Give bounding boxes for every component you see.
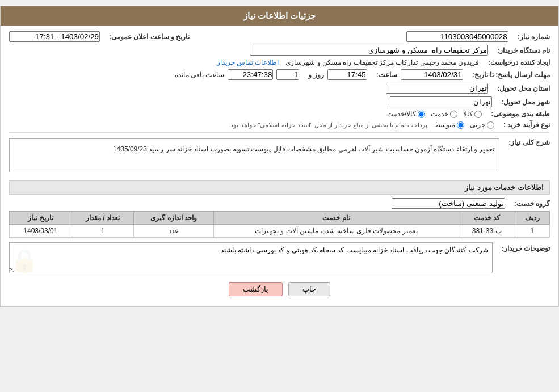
page-header: جزئیات اطلاعات نیاز [1, 6, 558, 26]
deadline-time-label: ساعت: [371, 71, 397, 79]
cell-row: 1 [515, 225, 549, 238]
deadline-label: مهلت ارسال پاسخ: تا تاریخ: [466, 71, 550, 79]
category-radio-khedmat-label: خدمت [431, 110, 448, 118]
service-group-row: گروه خدمت: [9, 198, 550, 209]
process-label: نوع فرآیند خرید : [498, 121, 550, 129]
description-value: تعمیر و ارتقاء دستگاه آزمون حساسیت شیر آ… [113, 145, 494, 153]
button-row: بازگشت چاپ [9, 282, 550, 296]
buyer-name-row: نام دستگاه خریدار: [9, 45, 550, 56]
services-section-title: اطلاعات خدمات مورد نیاز [9, 180, 550, 195]
category-radio-kala[interactable]: کالا [463, 110, 482, 118]
page-wrapper: جزئیات اطلاعات نیاز شماره نیاز: تاریخ و … [0, 6, 559, 307]
buyer-desc-label: توضیحات خریدار: [496, 242, 550, 252]
process-radio-jozi[interactable]: جزیی [470, 121, 494, 129]
process-radio-jozi-label: جزیی [470, 121, 485, 129]
service-group-input[interactable] [392, 198, 505, 209]
city-label: شهر محل تحویل: [495, 98, 550, 106]
page-title: جزئیات اطلاعات نیاز [243, 11, 316, 20]
col-header-qty: تعداد / مقدار [72, 212, 134, 225]
buyer-desc-textarea[interactable] [9, 242, 493, 273]
services-table: ردیف کد خدمت نام خدمت واحد اندازه گیری ت… [9, 211, 550, 238]
creator-contact-link[interactable]: اطلاعات تماس خریدار [217, 58, 279, 66]
need-number-input[interactable] [406, 31, 508, 42]
service-group-label: گروه خدمت: [508, 200, 550, 208]
need-number-label: شماره نیاز: [512, 33, 550, 41]
process-radio-group: جزیی متوسط [434, 121, 494, 129]
col-header-code: کد خدمت [459, 212, 515, 225]
announcement-date-input[interactable] [9, 31, 100, 42]
cell-name: تعمیر محصولات فلزی ساخته شده، ماشین آلات… [213, 225, 459, 238]
col-header-unit: واحد اندازه گیری [134, 212, 213, 225]
creator-row: ایجاد کننده درخواست: فریدون محمد رحیمی ت… [9, 58, 550, 66]
cell-date: 1403/03/01 [10, 225, 72, 238]
category-radio-khedmat-input[interactable] [450, 111, 457, 118]
category-row: طبقه بندی موضوعی: کالا خدمت کالا/خدمت [9, 110, 550, 118]
category-radio-kala-input[interactable] [474, 111, 482, 118]
creator-value: فریدون محمد رحیمی تدارکات مرکز تحقیقات ر… [285, 58, 479, 66]
cell-unit: عدد [134, 225, 213, 238]
category-radio-kala-label: کالا [463, 110, 473, 118]
deadline-remaining-label: ساعت باقی مانده [175, 71, 225, 79]
print-button[interactable]: چاپ [288, 282, 330, 296]
category-label: طبقه بندی موضوعی: [485, 110, 550, 118]
description-box: تعمیر و ارتقاء دستگاه آزمون حساسیت شیر آ… [9, 138, 499, 172]
process-radio-motavasset-label: متوسط [434, 121, 455, 129]
category-radio-group: کالا خدمت کالا/خدمت [387, 110, 482, 118]
buyer-name-input[interactable] [250, 45, 488, 56]
category-radio-kala-khedmat-input[interactable] [418, 111, 425, 118]
col-header-name: نام خدمت [213, 212, 459, 225]
col-header-date: تاریخ نیاز [10, 212, 72, 225]
city-row: شهر محل تحویل: [9, 96, 550, 107]
deadline-time-input[interactable] [327, 69, 367, 80]
announcement-date-label: تاریخ و ساعت اعلان عمومی: [103, 33, 190, 41]
col-header-row: ردیف [515, 212, 549, 225]
province-row: استان محل تحویل: [9, 83, 550, 94]
category-radio-khedmat[interactable]: خدمت [431, 110, 457, 118]
deadline-days-label: روز و [302, 71, 323, 79]
content-area: شماره نیاز: تاریخ و ساعت اعلان عمومی: نا… [1, 26, 558, 306]
buyer-desc-row: توضیحات خریدار: 🔒 [9, 242, 550, 275]
cell-quantity: 1 [72, 225, 134, 238]
process-radio-motavasset[interactable]: متوسط [434, 121, 464, 129]
need-number-row: شماره نیاز: تاریخ و ساعت اعلان عمومی: [9, 31, 550, 42]
city-input[interactable] [390, 96, 492, 107]
cell-code: ب-33-331 [459, 225, 515, 238]
deadline-remaining-input[interactable] [228, 69, 273, 80]
description-label: شرح کلی نیاز: [503, 136, 550, 146]
process-row: نوع فرآیند خرید : جزیی متوسط پرداخت تمام… [9, 121, 550, 129]
creator-label: ایجاد کننده درخواست: [482, 58, 550, 66]
process-radio-motavasset-input[interactable] [457, 121, 464, 129]
process-radio-jozi-input[interactable] [487, 121, 494, 129]
back-button[interactable]: بازگشت [229, 282, 283, 296]
deadline-row: مهلت ارسال پاسخ: تا تاریخ: ساعت: روز و س… [9, 69, 550, 80]
deadline-date-input[interactable] [401, 69, 463, 80]
category-radio-kala-khedmat-label: کالا/خدمت [387, 110, 416, 118]
deadline-days-input[interactable] [276, 69, 299, 80]
province-label: استان محل تحویل: [491, 85, 550, 92]
province-input[interactable] [386, 83, 488, 94]
buyer-name-label: نام دستگاه خریدار: [491, 47, 550, 54]
table-row: 1ب-33-331تعمیر محصولات فلزی ساخته شده، م… [10, 225, 550, 238]
category-radio-kala-khedmat[interactable]: کالا/خدمت [387, 110, 425, 118]
description-row: شرح کلی نیاز: تعمیر و ارتقاء دستگاه آزمو… [9, 136, 550, 175]
process-note: پرداخت تمام یا بخشی از مبلغ خریدار از مح… [229, 121, 427, 129]
